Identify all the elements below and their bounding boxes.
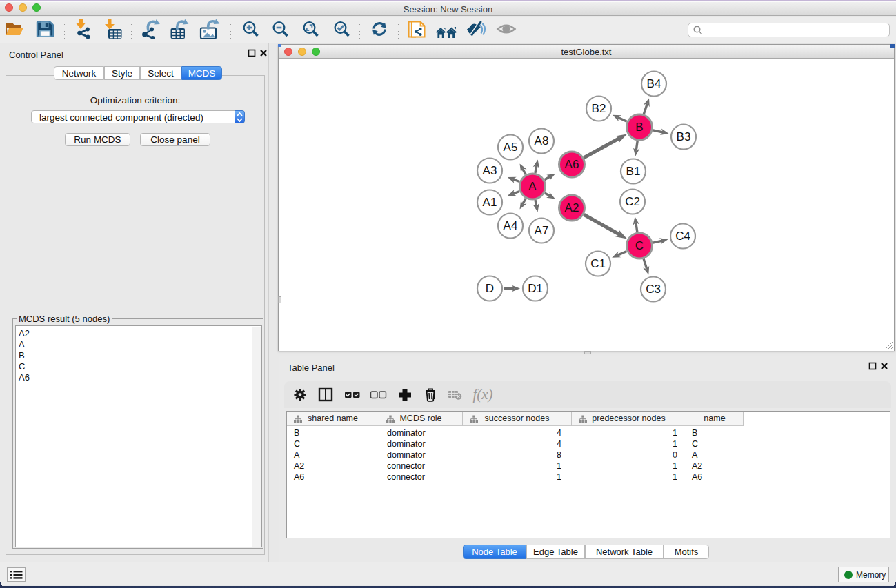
svg-text:D1: D1: [528, 282, 543, 295]
svg-text:A1: A1: [483, 196, 497, 209]
svg-text:C: C: [635, 239, 644, 252]
svg-text:A8: A8: [535, 134, 549, 148]
svg-text:D: D: [486, 282, 494, 295]
svg-text:B: B: [635, 121, 643, 134]
svg-text:B2: B2: [592, 102, 606, 115]
svg-text:A: A: [528, 180, 537, 193]
svg-text:C4: C4: [675, 230, 690, 243]
svg-text:A4: A4: [504, 219, 518, 232]
svg-text:B1: B1: [626, 165, 641, 178]
svg-text:A3: A3: [483, 164, 497, 177]
svg-text:A5: A5: [504, 141, 518, 154]
svg-text:A2: A2: [565, 201, 579, 214]
svg-text:C3: C3: [646, 283, 661, 296]
svg-text:A7: A7: [535, 224, 549, 237]
svg-text:A6: A6: [565, 158, 579, 171]
svg-text:B4: B4: [647, 77, 661, 90]
svg-text:B3: B3: [677, 130, 691, 143]
svg-text:C2: C2: [625, 195, 640, 208]
svg-text:f(x): f(x): [472, 386, 492, 403]
svg-text:C1: C1: [590, 257, 606, 270]
